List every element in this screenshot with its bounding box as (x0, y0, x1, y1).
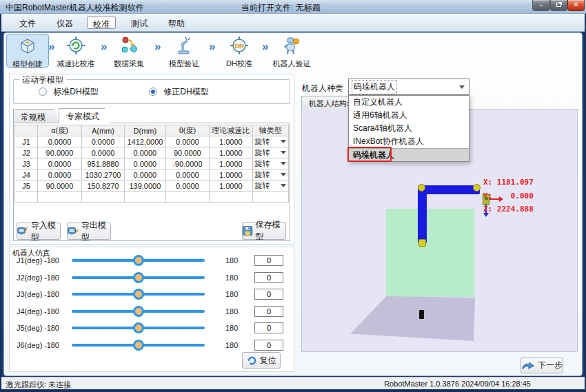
axis-type-dropdown[interactable]: 旋转 (253, 136, 288, 147)
menu-test[interactable]: 测试 (125, 17, 153, 29)
chevron-down-icon (281, 162, 286, 165)
joint-slider[interactable] (72, 289, 205, 300)
slider-max-label: 180 (225, 290, 243, 298)
slider-min-label: -180 (40, 274, 59, 282)
menu-calibration[interactable]: 校准 (87, 17, 116, 29)
cell[interactable]: 0.0000 (38, 136, 81, 147)
cell[interactable]: 0.0000 (81, 136, 124, 147)
step-model-create[interactable]: 模型创建 (6, 34, 49, 68)
radio-icon[interactable] (39, 87, 47, 96)
import-model-button[interactable]: 导入模型 (17, 223, 61, 240)
menu-file[interactable]: 文件 (14, 17, 41, 29)
menu-help[interactable]: 帮助 (163, 17, 190, 29)
joint-value-input[interactable] (254, 340, 283, 351)
cell[interactable]: 0.0000 (165, 169, 209, 180)
cell[interactable]: -90.0000 (165, 158, 209, 169)
cell[interactable]: 1.0000 (210, 147, 252, 158)
cell[interactable]: 90.0000 (165, 147, 209, 158)
cell[interactable]: 0.0000 (125, 147, 165, 158)
step-label: 模型创建 (7, 59, 48, 70)
menu-bar: 文件 仪器 校准 测试 帮助 (1, 14, 585, 32)
import-model-icon (17, 226, 28, 236)
dropdown-option-6axis[interactable]: 通用6轴机器人 (349, 109, 469, 122)
step-separator: » (48, 40, 54, 54)
dropdown-option-scara[interactable]: Scara4轴机器人 (349, 122, 469, 135)
cell[interactable]: 0.0000 (38, 158, 81, 169)
step-robot-verification[interactable]: 机器人验证 (270, 34, 313, 68)
axis-type-dropdown[interactable]: 旋转 (253, 158, 288, 169)
row-header[interactable]: J2 (15, 147, 38, 158)
axis-type-dropdown[interactable]: 旋转 (253, 169, 288, 180)
dh-parameter-table: α(度) A(mm) D(mm) θ(度) 理论减速比 轴类型 J1 0.000… (14, 125, 289, 203)
cell[interactable]: 1.0000 (210, 169, 252, 180)
joint-value-input[interactable] (254, 322, 283, 333)
slider-thumb[interactable] (133, 272, 144, 283)
cell[interactable]: 0.0000 (125, 169, 165, 180)
cell[interactable]: 139.0000 (125, 180, 165, 192)
joint-slider[interactable] (72, 255, 205, 266)
step-data-collection[interactable]: 数据采集 (108, 34, 150, 68)
step-ratio-calibration[interactable]: 减速比校准 (54, 34, 97, 68)
radio-modified-dh-label: 修正DH模型 (163, 87, 208, 96)
cell[interactable]: 150.8270 (81, 180, 124, 192)
save-model-button[interactable]: 保存模型 (242, 222, 286, 240)
row-header[interactable]: J5 (15, 180, 38, 192)
step-dh-calibration[interactable]: DH DH校准 (218, 34, 261, 68)
current-file-label: 当前打开文件: 无标题 (241, 2, 321, 14)
dropdown-option-custom[interactable]: 自定义机器人 (349, 96, 469, 109)
tab-normal-mode[interactable]: 常规模式 (13, 109, 60, 123)
export-model-button[interactable]: 导出模型 (67, 223, 111, 240)
cell[interactable]: 1412.0000 (125, 136, 165, 147)
slider-thumb[interactable] (133, 255, 144, 266)
joint-slider[interactable] (72, 340, 205, 351)
menu-instrument[interactable]: 仪器 (51, 17, 79, 29)
maximize-icon (556, 3, 561, 7)
cell[interactable]: 90.0000 (38, 180, 81, 192)
slider-thumb[interactable] (133, 289, 144, 300)
step-model-verification[interactable]: 模型验证 (163, 34, 205, 68)
tab-expert-mode[interactable]: 专家模式 (59, 108, 111, 123)
cell[interactable]: 0.0000 (125, 158, 165, 169)
close-button[interactable]: ✕ (567, 0, 585, 11)
axis-type-dropdown[interactable]: 旋转 (253, 180, 288, 191)
cell[interactable]: 1.0000 (210, 136, 252, 147)
axis-type-dropdown[interactable]: 旋转 (253, 147, 288, 158)
cell[interactable]: 951.8880 (81, 158, 124, 169)
cell[interactable]: 1.0000 (210, 180, 252, 192)
radio-icon-selected[interactable] (149, 87, 157, 96)
slider-thumb[interactable] (133, 306, 144, 317)
joint-slider[interactable] (72, 272, 205, 283)
svg-text:DH: DH (235, 43, 244, 50)
cell[interactable]: 1030.2700 (81, 169, 124, 180)
cell[interactable]: 0.0000 (165, 136, 209, 147)
slider-thumb[interactable] (133, 340, 144, 351)
next-step-button[interactable]: 下一步 (521, 358, 563, 373)
slider-thumb[interactable] (133, 322, 144, 333)
joint-slider[interactable] (72, 306, 205, 317)
row-header[interactable]: J3 (15, 158, 38, 169)
joint-value-input[interactable] (254, 289, 283, 300)
row-header[interactable]: J1 (15, 136, 38, 147)
col-a: A(mm) (81, 125, 124, 136)
cell[interactable]: 90.0000 (38, 147, 81, 158)
robot-type-value: 码垛机器人 (352, 80, 397, 94)
cell[interactable]: 1.0000 (210, 158, 252, 169)
radio-standard-dh[interactable]: 标准DH模型 (39, 86, 99, 98)
robot-type-dropdown-list: 自定义机器人 通用6轴机器人 Scara4轴机器人 INexBot协作机器人 码… (348, 95, 469, 162)
coordinate-readout: X: 1181.097 Y: 0.000 Z: 2224.888 (483, 172, 534, 221)
cell[interactable]: 0.0000 (81, 147, 124, 158)
maximize-button[interactable] (550, 0, 567, 11)
cell[interactable]: 0.0000 (38, 169, 81, 180)
joint-value-input[interactable] (254, 255, 283, 266)
radio-modified-dh[interactable]: 修正DH模型 (149, 86, 209, 98)
dropdown-option-inexbot[interactable]: INexBot协作机器人 (349, 135, 469, 148)
joint-value-input[interactable] (254, 272, 283, 283)
row-header[interactable]: J4 (15, 169, 38, 180)
cell[interactable]: 0.0000 (165, 180, 209, 192)
minimize-button[interactable]: – (532, 0, 550, 11)
joint-value-input[interactable] (254, 306, 283, 317)
robot-type-combobox[interactable]: 码垛机器人 (348, 79, 469, 95)
joint-slider[interactable] (72, 322, 205, 333)
dropdown-option-palletizer[interactable]: 码垛机器人 (349, 148, 469, 161)
reset-button[interactable]: 复位 (242, 352, 281, 369)
